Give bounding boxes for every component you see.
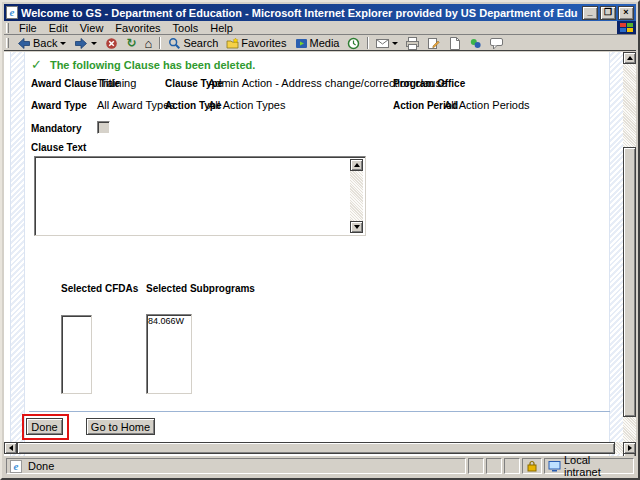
windows-logo-icon	[617, 21, 636, 34]
menu-edit[interactable]: Edit	[43, 22, 74, 34]
status-pane	[468, 458, 484, 474]
chevron-down-icon	[91, 42, 97, 45]
go-to-home-button[interactable]: Go to Home	[86, 418, 155, 435]
action-type-value: All Action Types	[208, 99, 285, 111]
chevron-down-icon	[392, 42, 398, 45]
scrollbar-thumb[interactable]	[623, 147, 636, 417]
scroll-up-button[interactable]	[350, 159, 363, 171]
mandatory-checkbox[interactable]	[97, 121, 110, 134]
status-bar: e Done Local intranet	[4, 456, 636, 476]
chevron-down-icon	[60, 42, 66, 45]
standard-toolbar: Back ↻ ⌂ Search Favorites Media	[4, 36, 636, 51]
document-icon: e	[10, 460, 22, 473]
selected-subprograms-label: Selected Subprograms	[146, 283, 255, 294]
print-icon	[406, 37, 419, 50]
scroll-left-button[interactable]	[4, 442, 17, 454]
success-message-text: The following Clause has been deleted.	[50, 59, 255, 71]
menu-tools[interactable]: Tools	[167, 22, 205, 34]
scroll-up-button[interactable]	[623, 52, 636, 64]
status-pane: e Done	[6, 458, 466, 474]
status-pane	[486, 458, 502, 474]
back-label: Back	[33, 37, 57, 49]
back-arrow-icon	[17, 37, 31, 50]
award-clause-title-value: Training	[97, 77, 136, 89]
horizontal-scrollbar[interactable]	[4, 442, 636, 454]
search-button[interactable]: Search	[164, 36, 222, 50]
search-icon	[168, 37, 181, 50]
scrollbar-thumb[interactable]	[17, 442, 615, 454]
menu-favorites[interactable]: Favorites	[109, 22, 166, 34]
forward-arrow-icon	[74, 37, 88, 50]
print-button[interactable]	[402, 36, 423, 50]
clause-text-label: Clause Text	[31, 142, 86, 153]
browser-window: e Welcome to GS - Department of Educatio…	[0, 0, 640, 480]
messenger-icon	[469, 37, 482, 50]
title-bar: e Welcome to GS - Department of Educatio…	[4, 4, 636, 21]
refresh-icon: ↻	[126, 37, 136, 50]
minimize-button[interactable]: _	[582, 6, 598, 20]
back-button[interactable]: Back	[13, 36, 70, 50]
clause-text-textarea[interactable]	[34, 156, 366, 236]
status-pane	[504, 458, 520, 474]
done-button[interactable]: Done	[26, 418, 63, 435]
right-border-decoration	[609, 52, 624, 458]
history-button[interactable]	[343, 36, 364, 50]
award-type-value: All Award Types	[97, 99, 175, 111]
selected-cfdas-label: Selected CFDAs	[61, 283, 138, 294]
messenger-button[interactable]	[465, 36, 486, 50]
page-icon	[448, 37, 461, 50]
security-pane	[522, 458, 542, 474]
discuss-icon	[490, 37, 503, 50]
home-button[interactable]: ⌂	[141, 36, 157, 50]
refresh-button[interactable]: ↻	[122, 36, 140, 50]
lock-icon	[527, 460, 537, 472]
success-check-icon: ✓	[31, 57, 42, 72]
selected-cfdas-listbox[interactable]	[61, 315, 92, 394]
mail-icon	[376, 37, 389, 50]
textarea-scrollbar[interactable]	[350, 159, 363, 233]
menu-view[interactable]: View	[74, 22, 110, 34]
page-button[interactable]	[444, 36, 465, 50]
media-label: Media	[310, 37, 340, 49]
toolbar-separator	[159, 37, 161, 49]
scroll-down-button[interactable]	[350, 221, 363, 233]
menu-file[interactable]: File	[13, 22, 43, 34]
toolbar-grip[interactable]	[6, 38, 9, 48]
restore-button[interactable]: ❐	[600, 6, 616, 20]
toolbar-separator	[367, 37, 369, 49]
window-controls: _ ❐ ×	[582, 6, 634, 20]
zone-text: Local intranet	[564, 454, 630, 478]
edit-icon	[427, 37, 440, 50]
mail-button[interactable]	[372, 36, 402, 50]
mandatory-label: Mandatory	[31, 123, 82, 134]
media-icon	[295, 37, 308, 50]
program-office-label: Program Office	[393, 78, 465, 89]
media-button[interactable]: Media	[291, 36, 344, 50]
edit-button[interactable]	[423, 36, 444, 50]
favorites-button[interactable]: Favorites	[222, 36, 290, 50]
vertical-scrollbar[interactable]	[623, 52, 636, 458]
success-message: ✓ The following Clause has been deleted.	[31, 57, 255, 72]
toolbar-grip[interactable]	[6, 23, 9, 33]
stop-button[interactable]	[101, 36, 122, 50]
search-label: Search	[183, 37, 218, 49]
action-period-value: All Action Periods	[444, 99, 530, 111]
intranet-icon	[548, 461, 561, 472]
menu-bar: File Edit View Favorites Tools Help	[4, 21, 636, 35]
close-button[interactable]: ×	[618, 6, 634, 20]
status-text: Done	[28, 460, 54, 472]
zone-pane: Local intranet	[544, 458, 634, 474]
selected-subprograms-listbox[interactable]: 84.066W	[146, 314, 192, 394]
forward-button[interactable]	[70, 36, 101, 50]
discuss-button[interactable]	[486, 36, 507, 50]
window-title: Welcome to GS - Department of Education …	[21, 7, 578, 19]
scroll-right-button[interactable]	[623, 442, 636, 454]
favorites-icon	[226, 37, 239, 50]
subprogram-item[interactable]: 84.066W	[147, 315, 191, 327]
home-icon: ⌂	[145, 37, 153, 50]
menu-help[interactable]: Help	[204, 22, 239, 34]
section-divider	[29, 411, 610, 412]
award-type-label: Award Type	[31, 100, 87, 111]
stop-icon	[105, 37, 118, 50]
left-border-decoration	[10, 52, 25, 458]
